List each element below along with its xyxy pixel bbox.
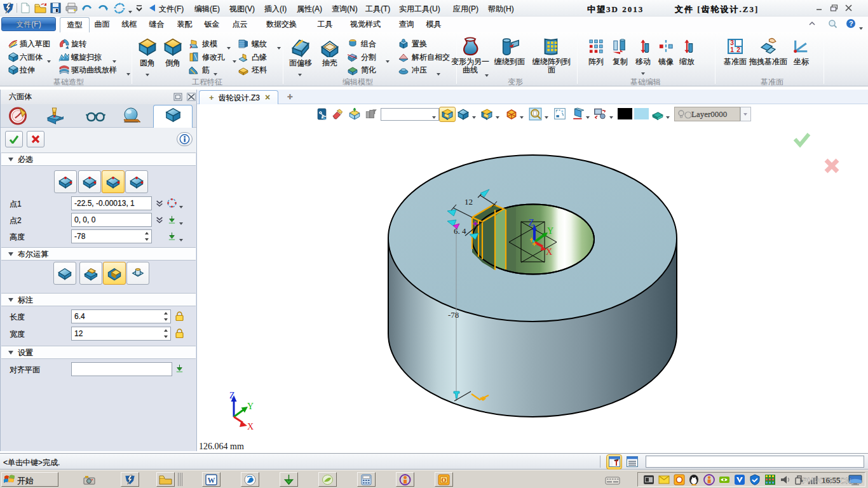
svg-text:?: ? bbox=[849, 20, 853, 27]
svg-text:Y: Y bbox=[547, 226, 553, 236]
svg-text:X: X bbox=[247, 422, 254, 431]
svg-text:W: W bbox=[208, 476, 215, 485]
svg-text:12: 12 bbox=[465, 197, 473, 207]
svg-text:-78: -78 bbox=[448, 310, 459, 320]
svg-text:Z: Z bbox=[529, 218, 534, 227]
svg-text:126.064 mm: 126.064 mm bbox=[199, 442, 244, 451]
svg-text:X: X bbox=[546, 247, 552, 257]
svg-text:Z: Z bbox=[229, 391, 235, 400]
svg-text:O: O bbox=[442, 477, 447, 484]
svg-text:Y: Y bbox=[247, 402, 254, 411]
